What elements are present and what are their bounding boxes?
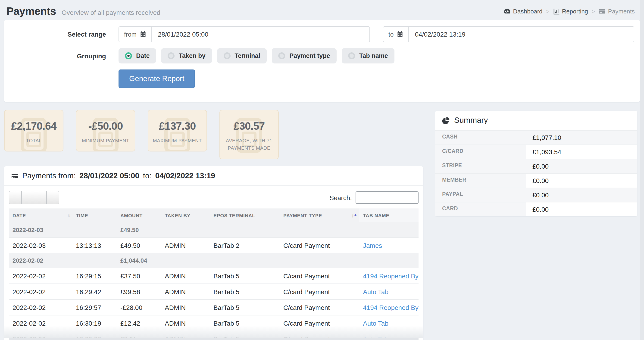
grouping-option[interactable]: Taken by (161, 48, 212, 64)
grouping-label: Grouping (4, 52, 106, 60)
stat-value: -£50.00 (80, 120, 132, 133)
summary-row-label: STRIPE (435, 159, 526, 173)
summary-row-value: £0.00 (526, 188, 637, 202)
sort-icon: ↑↓ (67, 213, 70, 218)
sort-active-icon: ↓▲ (352, 213, 358, 218)
column-header-amount[interactable]: AMOUNT (117, 208, 161, 222)
scrollbar[interactable] (640, 0, 644, 340)
table-title-to-label: to: (143, 171, 152, 180)
page: Payments Overview of all payments receiv… (0, 0, 644, 340)
stat-card: £30.57 AVERAGE, WITH 71 PAYMENTS MADE (220, 110, 279, 159)
stat-label: AVERAGE, WITH 71 PAYMENTS MADE (223, 137, 275, 152)
stat-card: £2,170.64 TOTAL (4, 110, 64, 152)
from-label: from (124, 31, 136, 38)
export-button[interactable] (46, 191, 59, 204)
tab-name-link[interactable]: 4194 Reopened By ADMIN (363, 304, 418, 311)
grouping-options: Date Taken by Terminal Payment type Tab … (118, 48, 640, 64)
credit-card-icon (599, 8, 606, 15)
grouping-row: Grouping Date Taken by Terminal Payment … (4, 48, 640, 64)
table-row: 2022-02-03 13:13:13 £49.50 ADMIN BarTab … (9, 237, 418, 253)
from-date-addon[interactable]: from (119, 27, 152, 42)
stat-label: MINIMUM PAYMENT (80, 137, 132, 144)
to-date-input[interactable] (409, 27, 634, 42)
radio-icon (168, 52, 175, 59)
summary-row: PAYPAL £0.00 (435, 188, 637, 202)
column-header-payment-type[interactable]: PAYMENT TYPE ↓▲ (280, 208, 359, 222)
summary-row-label: PAYPAL (435, 188, 526, 202)
stat-label: MAXIMUM PAYMENT (152, 137, 203, 144)
export-button[interactable] (9, 191, 22, 204)
summary-row: CASH £1,077.10 (435, 130, 637, 145)
summary-row-label: CASH (435, 131, 526, 145)
table-title-to: 04/02/2022 13:19 (155, 171, 215, 180)
column-header-date[interactable]: DATE ↑↓ (9, 208, 72, 222)
stat-card: -£50.00 MINIMUM PAYMENT (76, 110, 135, 152)
summary-row-label: MEMBER (435, 174, 526, 188)
tab-name-link[interactable]: James (363, 242, 382, 249)
breadcrumb-dashboard[interactable]: Dashboard (504, 8, 542, 15)
grouping-option[interactable]: Date (118, 48, 156, 64)
grouping-option[interactable]: Terminal (217, 48, 267, 64)
tab-name-link[interactable]: 4194 Reopened By ADMIN (363, 272, 418, 279)
export-button[interactable] (34, 191, 47, 204)
page-title: Payments (6, 5, 56, 18)
table-header-row: DATE ↑↓ TIME AMOUNT TAKEN BY EPOS TERMIN… (9, 208, 418, 222)
summary-title: Summary (454, 116, 488, 125)
table-title: Payments from: 28/01/2022 05:00 to: 04/0… (4, 166, 423, 186)
breadcrumb-separator: > (592, 8, 595, 15)
stat-value: £30.57 (223, 120, 275, 133)
table-row: 2022-02-02 16:29:57 -£28.00 ADMIN BarTab… (9, 299, 418, 315)
summary-rows: CASH £1,077.10 C/CARD £1,093.54 STRIPE £… (435, 130, 637, 216)
search-label: Search: (330, 194, 352, 201)
table-toolbar: Search: (4, 186, 423, 208)
stat-value: £137.30 (152, 120, 203, 133)
breadcrumb-dashboard-label: Dashboard (513, 8, 542, 15)
from-date-input[interactable] (152, 27, 370, 42)
summary-row-value: £1,077.10 (526, 131, 637, 145)
search-box: Search: (330, 191, 419, 204)
radio-icon (348, 52, 355, 59)
bar-chart-icon (553, 8, 560, 15)
radio-icon (125, 52, 132, 59)
generate-row: Generate Report (4, 70, 640, 88)
top-bar: Payments Overview of all payments receiv… (0, 0, 644, 21)
summary-row-value: £1,093.54 (526, 145, 637, 159)
column-header-tab-name[interactable]: TAB NAME (359, 208, 418, 222)
tab-name-link[interactable]: Auto Tab (363, 319, 388, 327)
clipped-next-row (9, 338, 418, 340)
radio-icon (278, 52, 285, 59)
table-row: 2022-02-02 16:29:15 £37.50 ADMIN BarTab … (9, 268, 418, 284)
summary-panel: Summary CASH £1,077.10 C/CARD £1,093.54 … (435, 111, 637, 216)
table-wrap: DATE ↑↓ TIME AMOUNT TAKEN BY EPOS TERMIN… (4, 208, 423, 340)
breadcrumb-reporting-label: Reporting (562, 8, 588, 15)
grouping-option[interactable]: Tab name (342, 48, 394, 64)
table-search-input[interactable] (356, 191, 418, 204)
summary-row-label: CARD (435, 202, 526, 216)
grouping-option[interactable]: Payment type (272, 48, 336, 64)
calendar-icon (397, 31, 404, 38)
summary-row: STRIPE £0.00 (435, 159, 637, 173)
column-header-time[interactable]: TIME (72, 208, 117, 222)
table-title-from: 28/01/2022 05:00 (80, 171, 139, 180)
payments-table-body: 2022-02-03 £49.50 2022-02-03 13:13:13 £4… (9, 222, 418, 340)
filter-panel: Select range from (4, 20, 640, 102)
column-header-epos-terminal[interactable]: EPOS TERMINAL (210, 208, 280, 222)
stat-label: TOTAL (8, 137, 60, 144)
export-buttons (9, 191, 59, 204)
payments-table-panel: Payments from: 28/01/2022 05:00 to: 04/0… (4, 166, 423, 340)
tab-name-link[interactable]: Auto Tab (363, 288, 388, 295)
stat-value: £2,170.64 (8, 120, 60, 133)
column-header-taken-by[interactable]: TAKEN BY (161, 208, 210, 222)
export-button[interactable] (21, 191, 34, 204)
summary-row-value: £0.00 (526, 174, 637, 188)
to-date-addon[interactable]: to (383, 27, 409, 42)
breadcrumb-payments-label: Payments (608, 8, 635, 15)
generate-report-button[interactable]: Generate Report (118, 70, 195, 88)
select-range-label: Select range (4, 31, 106, 38)
payments-table: DATE ↑↓ TIME AMOUNT TAKEN BY EPOS TERMIN… (9, 208, 418, 340)
breadcrumb: Dashboard > Reporting > Payments (504, 8, 636, 15)
stat-card: £137.30 MAXIMUM PAYMENT (148, 110, 207, 152)
calendar-icon (140, 31, 146, 38)
summary-row: MEMBER £0.00 (435, 173, 637, 188)
breadcrumb-reporting[interactable]: Reporting (553, 8, 588, 15)
